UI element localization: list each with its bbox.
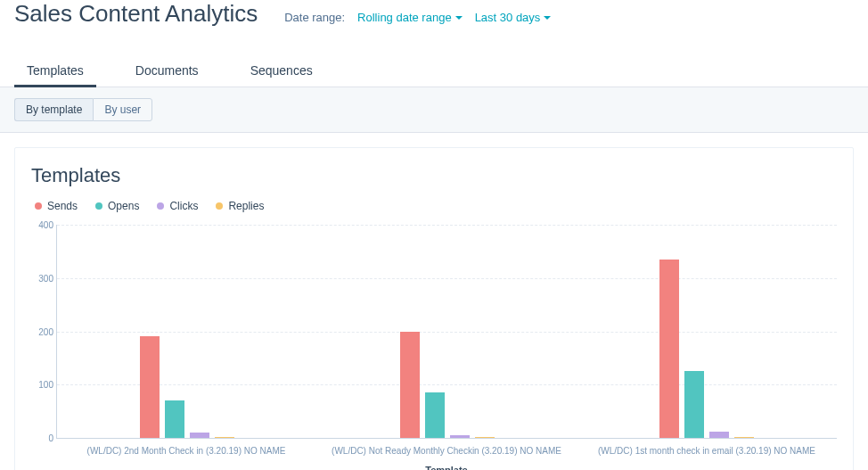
legend-label: Replies [228, 200, 264, 212]
chart-group [317, 225, 577, 438]
chart-bar[interactable] [684, 371, 704, 438]
legend-label: Sends [47, 200, 78, 212]
legend-dot [35, 202, 42, 210]
x-axis-tick-label: (WL/DC) 2nd Month Check in (3.20.19) NO … [56, 446, 316, 456]
legend-label: Clicks [169, 200, 198, 212]
chart-group [577, 225, 837, 438]
legend-item: Sends [35, 200, 78, 212]
legend-dot [157, 202, 164, 210]
tab-sequences[interactable]: Sequences [238, 54, 325, 87]
date-range-mode-value: Rolling date range [357, 11, 452, 24]
chart-group [57, 225, 317, 438]
legend-label: Opens [108, 200, 139, 212]
legend-dot [216, 202, 223, 210]
tab-templates[interactable]: Templates [14, 54, 96, 87]
y-axis-tick: 0 [32, 433, 53, 443]
legend-item: Opens [95, 200, 139, 212]
date-range-window-dropdown[interactable]: Last 30 days [475, 11, 552, 24]
legend-item: Replies [216, 200, 264, 212]
tab-documents[interactable]: Documents [123, 54, 211, 87]
templates-chart-card: Templates Sends Opens Clicks Replies 010… [14, 147, 854, 470]
date-range-window-value: Last 30 days [475, 11, 541, 24]
chart-bar[interactable] [215, 437, 234, 438]
chart-bar[interactable] [165, 400, 184, 438]
chart-bar[interactable] [450, 435, 470, 438]
y-axis-tick: 400 [32, 220, 53, 230]
subbar: By template By user [0, 87, 868, 133]
chart-plot: 0100200300400 [56, 225, 837, 439]
chart-bar[interactable] [190, 433, 209, 438]
date-range-block: Date range: Rolling date range Last 30 d… [284, 11, 551, 24]
chevron-down-icon [455, 16, 463, 20]
date-range-label: Date range: [284, 11, 345, 24]
chart-bar[interactable] [734, 437, 754, 438]
legend-item: Clicks [157, 200, 198, 212]
chart-bar[interactable] [475, 437, 495, 438]
date-range-mode-dropdown[interactable]: Rolling date range [357, 11, 463, 24]
view-by-segment: By template By user [14, 98, 152, 121]
tabs: Templates Documents Sequences [0, 37, 868, 87]
chart-bar[interactable] [400, 332, 420, 439]
x-axis-tick-label: (WL/DC) Not Ready Monthly Checkin (3.20.… [316, 446, 577, 456]
chart-groups [57, 225, 837, 438]
chart-legend: Sends Opens Clicks Replies [31, 200, 837, 212]
x-axis-tick-label: (WL/DC) 1st month check in email (3.20.1… [577, 446, 837, 456]
page-title: Sales Content Analytics [14, 0, 258, 28]
legend-dot [95, 202, 102, 210]
header: Sales Content Analytics Date range: Roll… [0, 0, 868, 37]
y-axis-tick: 300 [32, 273, 53, 283]
chart-bar[interactable] [140, 336, 160, 438]
y-axis-tick: 200 [32, 326, 53, 336]
segment-by-user[interactable]: By user [93, 98, 152, 121]
segment-by-template[interactable]: By template [14, 98, 93, 121]
card-title: Templates [31, 164, 837, 187]
y-axis-tick: 100 [32, 380, 53, 390]
chart-x-labels: (WL/DC) 2nd Month Check in (3.20.19) NO … [56, 446, 837, 456]
chart-bar[interactable] [659, 260, 679, 438]
chart-bar[interactable] [709, 432, 729, 438]
chart-bar[interactable] [425, 392, 445, 438]
chevron-down-icon [544, 16, 551, 20]
chart-zone: 0100200300400 (WL/DC) 2nd Month Check in… [31, 225, 837, 470]
chart-x-axis-title: Template [56, 465, 837, 470]
